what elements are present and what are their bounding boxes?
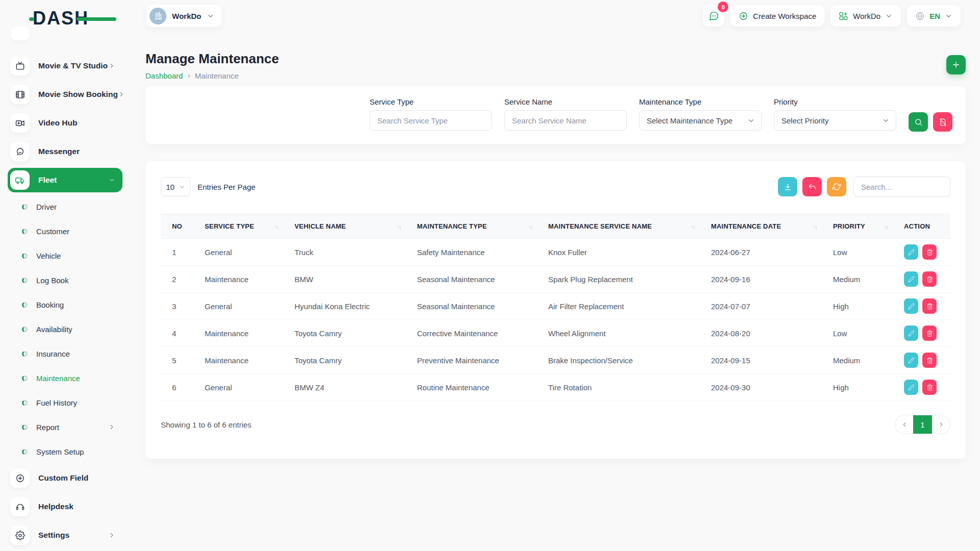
- sidebar-subitem-driver[interactable]: Driver: [8, 196, 122, 217]
- sidebar-item-helpdesk[interactable]: Helpdesk: [8, 494, 122, 519]
- delete-button[interactable]: [922, 325, 937, 341]
- chat-icon: [708, 11, 719, 21]
- chevron-right-icon: [108, 423, 115, 431]
- sidebar-subitem-report[interactable]: Report: [8, 417, 122, 437]
- bullet-icon: [22, 424, 28, 430]
- refresh-icon: [832, 183, 841, 191]
- sidebar-subitem-availability[interactable]: Availability: [8, 319, 122, 339]
- sidebar-subitem-fuel-history[interactable]: Fuel History: [8, 392, 122, 413]
- edit-button[interactable]: [904, 380, 918, 395]
- sidebar-item-video-hub[interactable]: Video Hub: [8, 111, 122, 135]
- pagination-next-button[interactable]: [932, 415, 950, 434]
- delete-button[interactable]: [922, 298, 937, 314]
- maintenance-table: NO SERVICE TYPE↑↓ VEHICLE NAME↑↓ MAINTEN…: [161, 214, 950, 401]
- create-workspace-button[interactable]: Create Workspace: [730, 5, 824, 27]
- sidebar-subitem-vehicle[interactable]: Vehicle: [8, 245, 122, 266]
- edit-button[interactable]: [904, 325, 918, 341]
- table-header-row: NO SERVICE TYPE↑↓ VEHICLE NAME↑↓ MAINTEN…: [161, 214, 950, 239]
- sidebar-subitem-maintenance[interactable]: Maintenance: [8, 368, 122, 388]
- brand-logo[interactable]: DASH: [33, 8, 89, 29]
- table-footer: Showing 1 to 6 of 6 entries 1: [161, 415, 950, 434]
- column-priority[interactable]: PRIORITY↑↓: [824, 214, 895, 239]
- filter-service-name: Service Name: [504, 97, 627, 131]
- page-header: Manage Maintenance Dashboard › Maintenan…: [145, 51, 966, 80]
- pagination-page-1[interactable]: 1: [913, 415, 932, 434]
- sidebar-subitem-customer[interactable]: Customer: [8, 221, 122, 241]
- language-selector[interactable]: EN: [907, 5, 961, 27]
- sidebar-item-messenger[interactable]: Messenger: [8, 139, 122, 164]
- chevron-down-icon: [882, 117, 890, 124]
- pagination-prev-button[interactable]: [895, 415, 913, 434]
- pencil-icon: [908, 384, 915, 391]
- column-vehicle-name[interactable]: VEHICLE NAME↑↓: [285, 214, 408, 239]
- main-content: Manage Maintenance Dashboard › Maintenan…: [145, 37, 966, 459]
- priority-label: Priority: [774, 97, 896, 106]
- delete-button[interactable]: [922, 271, 937, 287]
- clear-filter-button[interactable]: [933, 112, 952, 132]
- priority-select[interactable]: Select Priority: [774, 110, 896, 131]
- column-maintenance-date[interactable]: MAINTENANCE DATE↑↓: [702, 214, 824, 239]
- workspace-selector[interactable]: WorkDo: [146, 5, 222, 27]
- service-type-input[interactable]: [370, 110, 492, 131]
- circle-plus-icon: [10, 468, 30, 488]
- sort-icon: ↑↓: [275, 223, 278, 230]
- delete-button[interactable]: [922, 380, 937, 395]
- pencil-icon: [908, 357, 915, 364]
- sort-icon: ↑↓: [884, 223, 888, 230]
- table-row: 1 General Truck Safety Maintenance Knox …: [161, 239, 950, 266]
- chevron-down-icon: [108, 177, 115, 184]
- sidebar-item-movie-tv-studio[interactable]: Movie & TV Studio: [8, 54, 122, 78]
- sidebar-item-fleet[interactable]: Fleet: [8, 168, 122, 192]
- sidebar-item-movie-show-booking[interactable]: Movie Show Booking: [8, 82, 122, 107]
- sidebar-subitem-insurance[interactable]: Insurance: [8, 343, 122, 364]
- bullet-icon: [22, 229, 28, 234]
- table-row: 2 Maintenance BMW Seasonal Maintenance S…: [161, 266, 950, 293]
- entries-per-page-select[interactable]: 10: [161, 177, 190, 196]
- column-maintenance-type[interactable]: MAINTENANCE TYPE↑↓: [408, 214, 539, 239]
- export-download-button[interactable]: [778, 177, 797, 196]
- maintenance-type-select[interactable]: Select Maintenance Type: [639, 110, 762, 131]
- filter-card: Service Type Service Name Maintenance Ty…: [145, 86, 966, 144]
- sidebar: Movie & TV Studio Movie Show Booking Vid…: [0, 37, 145, 551]
- edit-button[interactable]: [904, 244, 918, 260]
- chevron-left-icon: [901, 421, 908, 428]
- maintenance-type-label: Maintenance Type: [639, 97, 762, 106]
- trash-icon: [926, 303, 933, 310]
- sidebar-subitem-log-book[interactable]: Log Book: [8, 270, 122, 290]
- trash-icon: [926, 249, 933, 256]
- messages-button[interactable]: 0: [703, 5, 724, 27]
- column-service-type[interactable]: SERVICE TYPE↑↓: [195, 214, 285, 239]
- chevron-down-icon: [885, 12, 893, 20]
- edit-button[interactable]: [904, 298, 918, 314]
- undo-button[interactable]: [802, 177, 822, 196]
- trash-icon: [926, 384, 933, 391]
- chevron-right-icon: [108, 62, 115, 69]
- refresh-button[interactable]: [827, 177, 846, 196]
- edit-button[interactable]: [904, 353, 918, 368]
- apply-filter-button[interactable]: [909, 112, 928, 132]
- breadcrumb-dashboard-link[interactable]: Dashboard: [145, 71, 183, 80]
- column-maintenance-service-name[interactable]: MAINTENANCE SERVICE NAME↑↓: [539, 214, 702, 239]
- pencil-icon: [908, 303, 915, 310]
- sidebar-item-custom-field[interactable]: Custom Field: [8, 466, 122, 490]
- trash-icon: [926, 357, 933, 364]
- delete-button[interactable]: [922, 244, 937, 260]
- headset-icon: [10, 497, 30, 516]
- video-camera-icon: [10, 113, 30, 133]
- bullet-icon: [22, 278, 28, 283]
- sidebar-subitem-system-setup[interactable]: System Setup: [8, 441, 122, 462]
- add-maintenance-button[interactable]: [946, 55, 966, 74]
- sidebar-subitem-booking[interactable]: Booking: [8, 294, 122, 315]
- table-row: 5 Maintenance Toyota Camry Preventive Ma…: [161, 347, 950, 374]
- delete-button[interactable]: [922, 353, 937, 368]
- filter-actions: [909, 112, 952, 132]
- edit-button[interactable]: [904, 271, 918, 287]
- service-name-input[interactable]: [504, 110, 627, 131]
- workdo-menu-button[interactable]: WorkDo: [830, 5, 901, 27]
- trash-icon: [926, 330, 933, 337]
- entries-per-page-label: Entries Per Page: [198, 183, 255, 191]
- filter-maintenance-type: Maintenance Type Select Maintenance Type: [639, 97, 762, 131]
- table-search-input[interactable]: [853, 177, 950, 197]
- sidebar-item-settings[interactable]: Settings: [8, 523, 122, 547]
- download-icon: [783, 183, 792, 191]
